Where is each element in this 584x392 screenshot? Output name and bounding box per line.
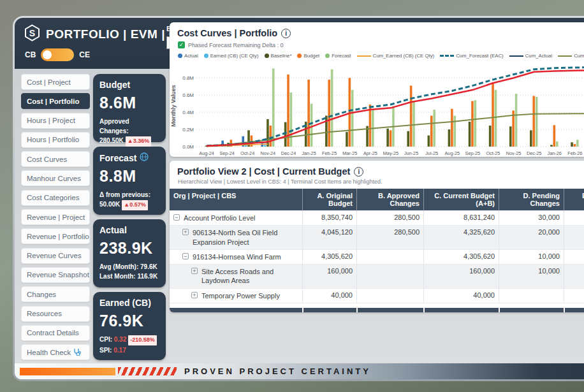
sidebar-item-hours-portfolio[interactable]: Hours | Portfolio <box>21 132 90 148</box>
table-row[interactable]: −Account Portfolio Level8,350,740280,500… <box>170 211 584 226</box>
toggle-knob[interactable] <box>43 50 52 59</box>
sidebar-item-cost-project[interactable]: Cost | Project <box>21 74 90 90</box>
sidebar-item-cost-curves[interactable]: Cost Curves <box>21 151 90 167</box>
svg-text:Dec-25: Dec-25 <box>527 150 542 156</box>
legend-item[interactable]: Cum_Earned (CB) (CE Qty) <box>357 53 435 59</box>
sidebar-item-cost-portfolio[interactable]: Cost | Portfolio <box>21 93 90 109</box>
svg-text:0.4M: 0.4M <box>182 110 194 115</box>
table-row[interactable]: +906134-North Sea Oil Field Expansion Pr… <box>170 226 584 250</box>
sidebar-item-revenue-project[interactable]: Revenue | Project <box>21 209 90 225</box>
expand-icon[interactable]: + <box>191 292 198 298</box>
pending-changes-cell: 10,000 <box>499 250 564 265</box>
kpi-sub-value: 280.50K <box>99 137 124 144</box>
expand-icon[interactable]: + <box>182 229 189 235</box>
total-original-budget: 8,350,740 <box>302 308 356 312</box>
original-budget-cell: 4,305,620 <box>302 250 356 265</box>
svg-text:Jan-26: Jan-26 <box>548 150 562 156</box>
info-icon[interactable]: i <box>281 29 291 38</box>
sidebar-item-resources[interactable]: Resources <box>21 306 90 322</box>
bar-budget <box>471 101 474 147</box>
svg-text:Mar-25: Mar-25 <box>342 150 357 156</box>
bar-baseline- <box>386 129 389 147</box>
cb-ce-toggle[interactable] <box>41 48 74 61</box>
expand-icon[interactable]: + <box>191 268 198 274</box>
bar-baseline- <box>284 122 287 147</box>
svg-text:Dec-24: Dec-24 <box>281 150 296 156</box>
sidebar-item-hours-project[interactable]: Hours | Project <box>21 113 90 129</box>
svg-text:0.2M: 0.2M <box>182 127 194 133</box>
bar-forecast <box>576 140 579 147</box>
original-budget-cell: 40,000 <box>302 289 356 303</box>
projected-cell <box>564 265 584 289</box>
bar-baseline- <box>428 135 430 147</box>
legend-item[interactable]: Forecast <box>325 53 351 59</box>
sidebar-item-label: Cost Curves <box>27 156 67 163</box>
bar-forecast <box>556 142 558 147</box>
svg-text:Oct-24: Oct-24 <box>240 150 254 156</box>
legend-marker <box>178 54 182 58</box>
legend-label: Cum_Baseline* <box>574 53 584 59</box>
legend-item[interactable]: Baseline* <box>265 53 292 59</box>
bar-forecast <box>433 110 435 147</box>
checkbox-checked-icon[interactable]: ✓ <box>178 41 185 48</box>
budget-table: Org | Project | CBSA. Original BudgetB. … <box>170 189 584 312</box>
legend-item[interactable]: Cum_Forecast (EAC) <box>440 53 504 59</box>
approved-changes-cell: 280,500 <box>356 226 423 250</box>
kpi-sub-label: Δ from previous: <box>99 191 150 198</box>
bar-baseline- <box>530 130 532 147</box>
svg-text:Oct-25: Oct-25 <box>486 150 500 156</box>
sidebar-item-contract-details[interactable]: Contract Details <box>21 325 90 341</box>
column-header: E. Projec <box>564 189 584 211</box>
kpi-delta-badge: ▲3.36% <box>126 136 151 147</box>
legend-marker <box>558 55 572 57</box>
legend-marker <box>440 55 454 57</box>
legend-item[interactable]: Budget <box>297 53 319 59</box>
row-label: 906134-North Sea Oil Field Expansion Pro… <box>193 228 298 247</box>
sidebar-item-health-check[interactable]: Health Check <box>21 344 90 360</box>
bar-baseline- <box>571 142 573 147</box>
collapse-icon[interactable]: − <box>182 253 189 259</box>
table-row[interactable]: +Site Access Roads and Laydown Areas160,… <box>170 265 584 289</box>
sidebar-item-revenue-portfolio[interactable]: Revenue | Portfolio <box>21 228 90 244</box>
bar-forecast <box>351 90 354 147</box>
stethoscope-icon <box>73 348 81 357</box>
table-subtitle: Hierarchical View | Lowest Level in CBS:… <box>170 177 584 189</box>
sidebar-item-label: Revenue | Project <box>27 214 85 221</box>
svg-text:Apr-25: Apr-25 <box>363 150 377 156</box>
sidebar-item-revenue-snapshot[interactable]: Revenue Snapshot <box>21 267 90 283</box>
sidebar-item-label: Revenue Curves <box>27 252 82 259</box>
legend-item[interactable]: Actual <box>178 53 198 59</box>
bar-budget <box>451 109 453 147</box>
original-budget-cell: 8,350,740 <box>302 211 356 226</box>
legend-item[interactable]: Cum_Baseline* <box>558 53 584 59</box>
row-label: Temporary Power Supply <box>201 291 280 300</box>
original-budget-cell: 4,045,120 <box>302 226 356 250</box>
current-budget-cell: 160,000 <box>423 265 499 289</box>
projected-cell <box>564 211 584 226</box>
sidebar-item-changes[interactable]: Changes <box>21 286 90 302</box>
app-logo-icon: S <box>24 24 41 44</box>
kpi-title: Earned (CB) <box>99 298 159 308</box>
sidebar-item-label: Contract Details <box>27 329 79 337</box>
sidebar-item-manhour-curves[interactable]: Manhour Curves <box>21 170 90 186</box>
current-budget-cell: 8,631,240 <box>423 211 499 226</box>
bar-forecast <box>290 92 293 147</box>
total-current-budget: 8,631,240 <box>423 308 499 312</box>
table-row[interactable]: −916134-Hornsea Wind Farm4,305,6204,305,… <box>170 250 584 265</box>
legend-item[interactable]: Cum_Actual <box>509 53 552 59</box>
info-icon[interactable]: i <box>354 167 363 177</box>
legend-item[interactable]: Earned (CB) (CE Qty) <box>204 53 259 59</box>
sidebar-item-label: Manhour Curves <box>27 175 81 182</box>
chart-legend: ActualEarned (CB) (CE Qty)Baseline*Budge… <box>170 48 584 59</box>
legend-marker <box>325 54 330 58</box>
cpi-badge: -210.58% <box>128 335 157 345</box>
chart-panel: Cost Curves | Portfolio i ✓ Phased Forec… <box>170 22 584 157</box>
cost-curves-chart[interactable]: 0.0M0.2M0.4M0.6M0.8MMonthly ValuesAug-24… <box>170 61 584 157</box>
org-project-cbs-cell: +Temporary Power Supply <box>170 289 302 303</box>
row-label: Account Portfolio Level <box>184 214 256 222</box>
column-header: C. Current Budget (A+B) <box>423 189 499 211</box>
table-row[interactable]: +Temporary Power Supply40,00040,000 <box>170 289 584 303</box>
collapse-icon[interactable]: − <box>173 214 180 221</box>
sidebar-item-revenue-curves[interactable]: Revenue Curves <box>21 248 90 264</box>
sidebar-item-cost-categories[interactable]: Cost Categories <box>21 190 90 206</box>
